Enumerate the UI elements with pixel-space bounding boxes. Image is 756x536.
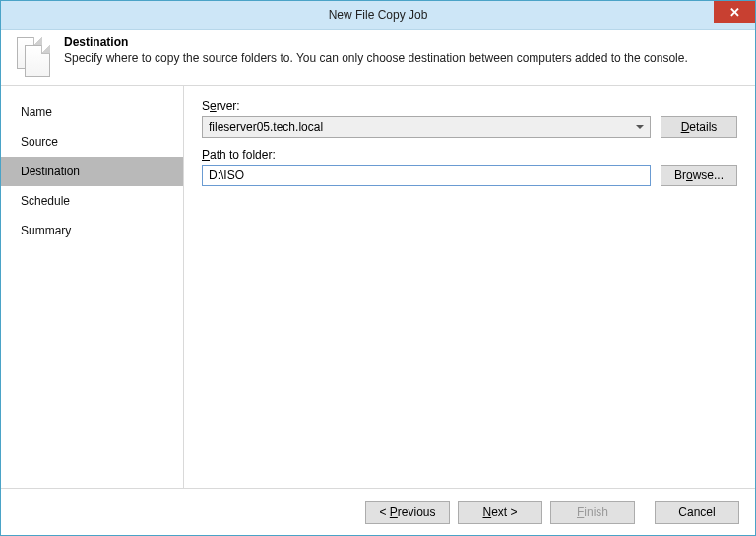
sidebar-item-label: Name (21, 105, 52, 119)
sidebar-item-label: Summary (21, 224, 71, 237)
titlebar: New File Copy Job ✕ (1, 1, 755, 30)
content-pane: Server: fileserver05.tech.local Details … (184, 86, 755, 488)
wizard-body: Name Source Destination Schedule Summary… (1, 86, 755, 488)
wizard-header: Destination Specify where to copy the so… (1, 30, 755, 86)
header-text: Destination Specify where to copy the so… (64, 35, 688, 65)
sidebar-item-source[interactable]: Source (1, 127, 183, 157)
wizard-window: New File Copy Job ✕ Destination Specify … (0, 0, 756, 536)
window-title: New File Copy Job (329, 8, 428, 22)
wizard-footer: < Previous Next > Finish Cancel (1, 488, 755, 535)
server-select[interactable]: fileserver05.tech.local (202, 116, 651, 138)
sidebar-item-name[interactable]: Name (1, 98, 183, 127)
page-title: Destination (64, 35, 688, 49)
server-label: Server: (202, 100, 737, 113)
browse-button[interactable]: Browse... (661, 165, 737, 186)
cancel-button[interactable]: Cancel (655, 501, 739, 524)
sidebar-item-label: Schedule (21, 194, 70, 208)
page-subtitle: Specify where to copy the source folders… (64, 51, 688, 65)
previous-button[interactable]: < Previous (365, 501, 450, 524)
details-button[interactable]: Details (661, 116, 737, 138)
close-button[interactable]: ✕ (714, 1, 755, 23)
sidebar-item-schedule[interactable]: Schedule (1, 186, 183, 216)
path-input[interactable] (202, 165, 651, 186)
sidebar-item-label: Source (21, 135, 58, 149)
sidebar-item-label: Destination (21, 165, 80, 178)
sidebar: Name Source Destination Schedule Summary (1, 86, 184, 488)
close-icon: ✕ (729, 5, 740, 20)
next-button[interactable]: Next > (458, 501, 542, 524)
file-copy-icon (13, 35, 52, 75)
path-label: Path to folder: (202, 148, 737, 162)
sidebar-item-summary[interactable]: Summary (1, 216, 183, 245)
sidebar-item-destination[interactable]: Destination (1, 157, 183, 186)
finish-button: Finish (550, 501, 635, 524)
server-select-value: fileserver05.tech.local (209, 120, 323, 134)
